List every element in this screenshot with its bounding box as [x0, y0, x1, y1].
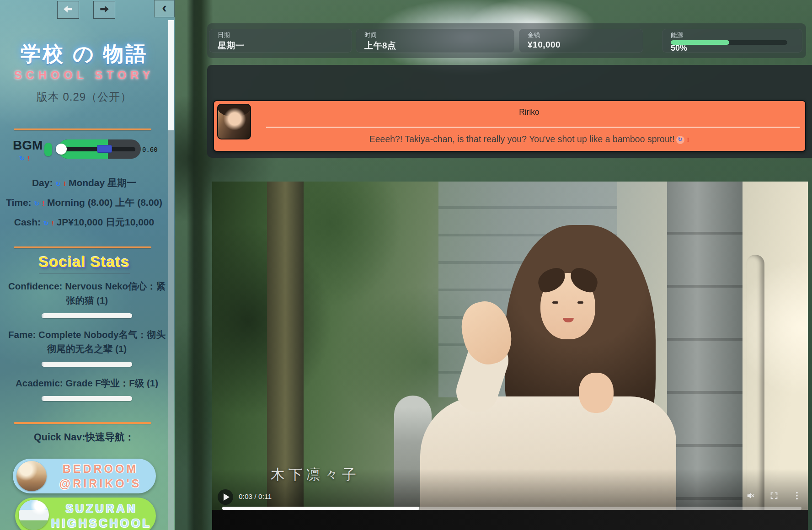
translate-icon: [34, 200, 39, 207]
time-value: Morning (8.00) 上午 (8.00): [47, 197, 162, 208]
confidence-text: Confidence: Nervous Neko信心：紧张的猫 (1): [8, 279, 166, 307]
translate-icon: [19, 155, 25, 162]
play-icon: [224, 493, 230, 501]
progress-fill: [42, 396, 43, 401]
alert-icon: [52, 219, 54, 227]
smile: [563, 318, 574, 322]
bgm-toggle[interactable]: [44, 143, 52, 156]
bedroom-label-line2: @RIRIKO'S: [59, 476, 142, 491]
fame-stat: Fame: Complete Nobody名气：彻头彻尾的无名之辈 (1): [8, 327, 166, 367]
bgm-slider-thumb[interactable]: [97, 145, 112, 153]
character-hand: [579, 373, 614, 413]
suzuran-label-line1: SUZURAN: [65, 501, 137, 516]
translate-icon: [676, 136, 684, 144]
energy-value: 50%: [671, 43, 687, 53]
divider: [39, 273, 130, 274]
academic-text: Academic: Grade F学业：F级 (1): [8, 376, 166, 390]
fame-text: Fame: Complete Nobody名气：彻头彻尾的无名之辈 (1): [8, 327, 166, 356]
chevron-left-icon: [162, 0, 167, 14]
energy-label: 能源: [671, 31, 683, 39]
fullscreen-icon: [769, 494, 779, 502]
social-stats-heading: Social Stats: [6, 253, 162, 271]
confidence-stat: Confidence: Nervous Neko信心：紧张的猫 (1): [8, 279, 166, 318]
quick-nav-label: Quick Nav:快速导航：: [6, 430, 162, 444]
forward-arrow-icon: [98, 3, 110, 16]
day-value: Monday 星期一: [69, 177, 136, 188]
translate-icon: [43, 219, 49, 227]
bedroom-button-label: BEDROOM @RIRIKO'S: [51, 459, 150, 493]
hud-bar: 日期 星期一 时间 上午8点 金钱 ¥10,000 能源 50%: [207, 23, 806, 58]
money-label: 金钱: [528, 31, 540, 39]
mute-button[interactable]: [746, 491, 756, 501]
fullscreen-button[interactable]: [769, 491, 779, 501]
academic-progress-bar: [42, 396, 132, 401]
day-stat: Day: Monday 星期一: [5, 176, 164, 191]
back-button[interactable]: [57, 1, 79, 19]
bgm-volume-slider[interactable]: [58, 139, 141, 159]
divider: [14, 128, 151, 130]
bedroom-thumbnail: [16, 461, 47, 491]
progress-fill: [42, 313, 43, 318]
time-label: Time:: [6, 197, 32, 208]
divider: [14, 422, 151, 424]
confidence-progress-bar: [42, 313, 132, 318]
suzuran-label-line2: HIGHSCHOOL: [51, 516, 151, 530]
translate-icon: [55, 180, 61, 187]
bgm-slider-knob[interactable]: [56, 144, 67, 155]
version-label: 版本 0.29（公开）: [6, 90, 162, 104]
alert-icon: [64, 180, 66, 187]
alert-icon: [687, 136, 689, 144]
tree-in-video: [267, 182, 304, 513]
academic-stat: Academic: Grade F学业：F级 (1): [8, 376, 166, 401]
video-seek-bar[interactable]: [222, 507, 801, 510]
hud-time-card: 时间 上午8点: [356, 29, 514, 53]
quicknav-bedroom-button[interactable]: BEDROOM @RIRIKO'S: [13, 459, 156, 493]
bedroom-label-line1: BEDROOM: [63, 461, 139, 476]
video-time: 0:03 / 0:11: [239, 493, 272, 501]
school-thumbnail: [19, 500, 49, 530]
social-stats-list: Confidence: Nervous Neko信心：紧张的猫 (1) Fame…: [8, 279, 166, 410]
sidebar-scrollbar[interactable]: [168, 20, 174, 530]
hud-money-card: 金钱 ¥10,000: [519, 29, 643, 53]
sidebar-collapse-button[interactable]: [154, 0, 175, 17]
video-letterbox: [212, 510, 808, 530]
fame-progress-bar: [42, 362, 132, 367]
bgm-translate-indicators: [19, 154, 30, 162]
cash-value: JP¥10,000 日元10,000: [57, 217, 155, 227]
speaker-name: Ririko: [258, 107, 801, 117]
kebab-menu-icon: [792, 494, 802, 502]
time-stat: Time: Morning (8.00) 上午 (8.00): [5, 195, 164, 211]
time-value: 上午8点: [364, 40, 396, 52]
dialogue-box[interactable]: Ririko Eeeeh?! Takiya-chan, is that real…: [213, 100, 806, 152]
video-frame: 木下凛々子 0:03 / 0:11: [212, 182, 808, 530]
back-arrow-icon: [62, 3, 74, 16]
dialogue-content: Ririko Eeeeh?! Takiya-chan, is that real…: [258, 101, 801, 151]
speaker-avatar: [217, 104, 251, 139]
speaker-muted-icon: [746, 494, 756, 502]
bgm-label: BGM: [13, 138, 43, 153]
energy-progress-bar: [671, 40, 787, 45]
more-options-button[interactable]: [792, 491, 802, 501]
quicknav-suzuran-button[interactable]: SUZURAN HIGHSCHOOL: [15, 498, 156, 530]
forward-button[interactable]: [93, 1, 115, 19]
game-title-english: SCHOOL STORY: [6, 69, 162, 82]
play-button[interactable]: [218, 489, 233, 505]
game-title-japanese: 学校 の 物語: [6, 40, 162, 68]
date-label: 日期: [218, 31, 230, 39]
player-info: Day: Monday 星期一 Time: Morning (8.00) 上午 …: [5, 176, 164, 235]
game-window: 学校 の 物語 SCHOOL STORY 版本 0.29（公开） BGM 0.6…: [0, 0, 812, 530]
suzuran-button-label: SUZURAN HIGHSCHOOL: [53, 498, 150, 530]
day-label: Day:: [32, 177, 53, 188]
eye: [577, 301, 583, 304]
cash-stat: Cash: JP¥10,000 日元10,000: [5, 215, 164, 230]
seek-progress-fill: [222, 507, 419, 510]
scrollbar-thumb[interactable]: [168, 20, 174, 130]
cash-label: Cash:: [14, 217, 41, 227]
money-value: ¥10,000: [528, 40, 561, 50]
date-value: 星期一: [218, 40, 245, 52]
eye: [552, 301, 558, 304]
hud-date-card: 日期 星期一: [209, 29, 352, 53]
cutscene-video-player[interactable]: 木下凛々子 0:03 / 0:11: [212, 182, 808, 530]
dialogue-text-row: Eeeeh?! Takiya-chan, is that really you?…: [258, 134, 801, 145]
concrete-pillar: [667, 182, 743, 513]
